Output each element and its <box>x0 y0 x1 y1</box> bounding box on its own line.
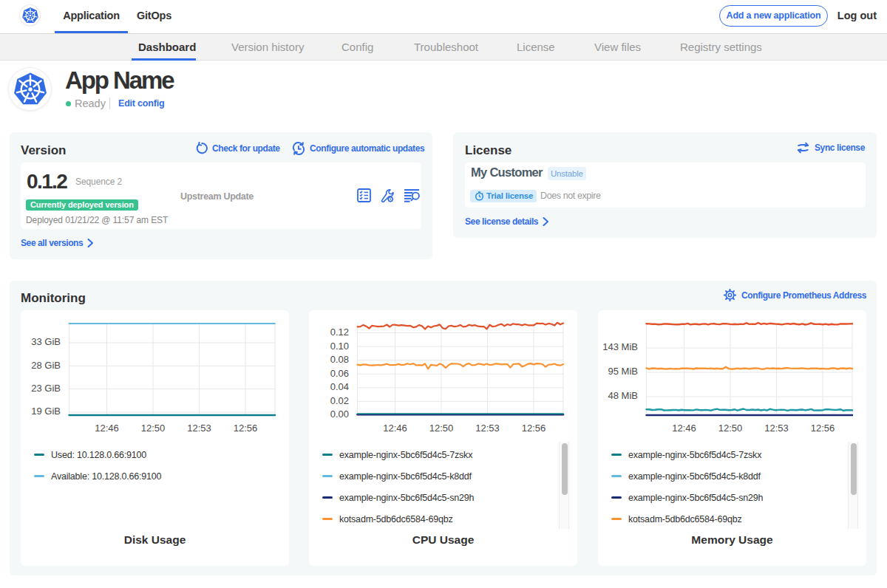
svg-text:12:56: 12:56 <box>811 423 835 434</box>
svg-text:0.00: 0.00 <box>330 408 349 420</box>
svg-text:12:56: 12:56 <box>522 423 546 434</box>
svg-text:12:53: 12:53 <box>475 423 500 434</box>
svg-text:12:53: 12:53 <box>187 423 211 434</box>
svg-text:0.02: 0.02 <box>330 395 349 406</box>
svg-text:12:46: 12:46 <box>672 423 696 434</box>
svg-text:95 MiB: 95 MiB <box>608 366 638 377</box>
svg-text:33 GiB: 33 GiB <box>31 336 61 347</box>
svg-text:23 GiB: 23 GiB <box>31 383 61 394</box>
svg-text:0.10: 0.10 <box>330 341 349 352</box>
svg-text:0.06: 0.06 <box>330 368 349 379</box>
svg-text:12:56: 12:56 <box>234 423 258 434</box>
svg-text:19 GiB: 19 GiB <box>31 406 61 417</box>
svg-text:12:50: 12:50 <box>718 423 743 434</box>
svg-text:12:53: 12:53 <box>764 423 789 434</box>
svg-text:28 GiB: 28 GiB <box>31 360 61 371</box>
svg-text:0.08: 0.08 <box>330 354 349 365</box>
svg-text:48 MiB: 48 MiB <box>608 390 638 401</box>
svg-text:12:50: 12:50 <box>429 423 454 434</box>
svg-text:12:46: 12:46 <box>95 423 119 434</box>
svg-text:0.12: 0.12 <box>330 327 349 338</box>
svg-text:143 MiB: 143 MiB <box>602 341 638 352</box>
svg-text:12:50: 12:50 <box>141 423 166 434</box>
svg-text:12:46: 12:46 <box>383 423 407 434</box>
svg-text:0.04: 0.04 <box>330 381 349 392</box>
